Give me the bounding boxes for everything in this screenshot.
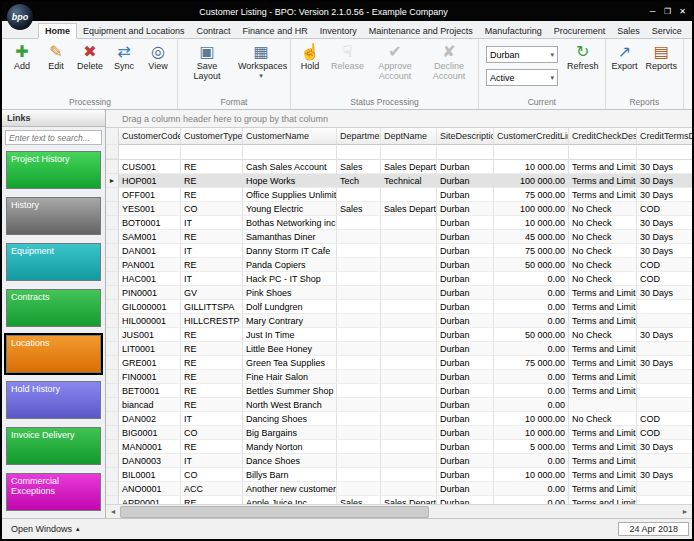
cell-creditcheckdesc: Terms and Limit [569, 440, 637, 454]
ribbon-group-label: Status Processing [293, 97, 476, 109]
hold-button[interactable]: ☝Hold [293, 40, 327, 97]
tab-manufacturing[interactable]: Manufacturing [479, 24, 548, 38]
scroll-thumb[interactable] [120, 506, 429, 518]
table-row[interactable]: MAN0001REMandy NortonDurban5 000.00Terms… [106, 440, 692, 454]
tab-service[interactable]: Service [646, 24, 688, 38]
cell-customercode: HAC001 [119, 272, 181, 286]
edit-button[interactable]: ✎Edit [39, 40, 73, 97]
cell-customertype: IT [181, 244, 243, 258]
close-icon[interactable]: ✕ [675, 7, 690, 16]
tab-sales[interactable]: Sales [611, 24, 646, 38]
column-header-sitedescription[interactable]: SiteDescription [437, 128, 494, 145]
view-button[interactable]: ◎View [141, 40, 175, 97]
column-header-credittermsdesc[interactable]: CreditTermsDesc [637, 128, 694, 145]
column-header-customertype[interactable]: CustomerType [181, 128, 243, 145]
filter-cell-customername[interactable] [243, 145, 337, 159]
filter-cell-deptname[interactable] [381, 145, 437, 159]
table-row[interactable]: SAM001RESamanthas DinerDurban45 000.00No… [106, 230, 692, 244]
sidebar-item-invoice-delivery[interactable]: Invoice Delivery [6, 427, 101, 465]
table-row[interactable]: BIG0001COBig BargainsDurban10 000.00Term… [106, 426, 692, 440]
tab-maintenance-and-projects[interactable]: Maintenance and Projects [363, 24, 479, 38]
row-indicator [106, 496, 119, 504]
table-row[interactable]: DAN001ITDanny Storm IT CafeDurban75 000.… [106, 244, 692, 258]
table-row[interactable]: LIT0001RELittle Bee HoneyDurban0.00Terms… [106, 342, 692, 356]
filter-cell-department[interactable] [337, 145, 381, 159]
table-row[interactable]: GRE001REGreen Tea SuppliesDurban75 000.0… [106, 356, 692, 370]
table-row[interactable]: PIN0001GVPink ShoesDurban0.00Terms and L… [106, 286, 692, 300]
table-row[interactable]: biancadRENorth West BranchDurban0.00 [106, 398, 692, 412]
sidebar-item-contracts[interactable]: Contracts [6, 289, 101, 327]
cell-creditcheckdesc: Terms and Limit [569, 468, 637, 482]
filter-cell-customercode[interactable] [119, 145, 181, 159]
minimize-icon[interactable]: ─ [645, 7, 660, 16]
sidebar-item-hold-history[interactable]: Hold History [6, 381, 101, 419]
filter-cell-customertype[interactable] [181, 145, 243, 159]
sidebar-item-project-history[interactable]: Project History [6, 151, 101, 189]
column-header-creditcheckdesc[interactable]: CreditCheckDesc [569, 128, 637, 145]
open-windows-button[interactable]: Open Windows ▴ [5, 523, 86, 535]
table-row[interactable]: GIL000001GILLITTSPADolf LundgrenDurban0.… [106, 300, 692, 314]
tab-procurement[interactable]: Procurement [548, 24, 612, 38]
horizontal-scrollbar[interactable]: ◄ ► [106, 504, 692, 518]
sidebar-item-commercial-exceptions[interactable]: Commercial Exceptions [6, 473, 101, 511]
table-row[interactable]: JUS001REJust In TimeDurban50 000.00No Ch… [106, 328, 692, 342]
search-input[interactable] [5, 130, 102, 145]
tab-contract[interactable]: Contract [191, 24, 237, 38]
cell-customercode: BOT0001 [119, 216, 181, 230]
maximize-icon[interactable]: ❐ [660, 7, 675, 16]
status-filter-dropdown[interactable]: Active▾ [486, 69, 558, 86]
sidebar-item-equipment[interactable]: Equipment [6, 243, 101, 281]
decline-account-label: Decline Account [426, 62, 472, 81]
cell-customercode: GIL000001 [119, 300, 181, 314]
tab-home[interactable]: Home [38, 23, 77, 39]
table-row[interactable]: HIL000001HILLCRESTPMary ContraryDurban0.… [106, 314, 692, 328]
column-header-customercode[interactable]: CustomerCode [119, 128, 181, 145]
table-row[interactable]: HAC001ITHack PC - IT ShopDurban0.00No Ch… [106, 272, 692, 286]
filter-cell-creditcheckdesc[interactable] [569, 145, 637, 159]
scroll-left-icon[interactable]: ◄ [106, 508, 120, 515]
table-row[interactable]: ►HOP001REHope WorksTechTechnicalDurban10… [106, 174, 692, 188]
table-row[interactable]: YES001COYoung ElectricSalesSales Departm… [106, 202, 692, 216]
workspaces-button[interactable]: ▦Workspaces▾ [234, 40, 288, 97]
add-button[interactable]: ✚Add [5, 40, 39, 97]
export-button[interactable]: ↗Export [608, 40, 642, 97]
delete-button[interactable]: ✖Delete [73, 40, 107, 97]
table-row[interactable]: BOT0001ITBothas Networking incDurban10 0… [106, 216, 692, 230]
cell-customercode: BIG0001 [119, 426, 181, 440]
save-layout-button[interactable]: ▣Save Layout [180, 40, 234, 97]
table-row[interactable]: DAN002ITDancing ShoesDurban10 000.00No C… [106, 412, 692, 426]
scroll-right-icon[interactable]: ► [678, 508, 692, 515]
sync-button[interactable]: ⇄Sync [107, 40, 141, 97]
tab-finance-and-hr[interactable]: Finance and HR [237, 24, 314, 38]
column-header-deptname[interactable]: DeptName [381, 128, 437, 145]
table-row[interactable]: PAN001REPanda CopiersDurban50 000.00No C… [106, 258, 692, 272]
sidebar-item-locations[interactable]: Locations [6, 335, 101, 373]
table-row[interactable]: FIN0001REFine Hair SalonDurban0.00Terms … [106, 370, 692, 384]
filter-cell-sitedescription[interactable] [437, 145, 494, 159]
site-filter-dropdown[interactable]: Durban▾ [486, 46, 558, 63]
table-row[interactable]: APP0001REApple Juice IncSalesSales Depar… [106, 496, 692, 504]
reports-button[interactable]: ▤Reports [642, 40, 682, 97]
table-row[interactable]: BET0001REBettles Summer Shop a...Durban0… [106, 384, 692, 398]
tab-reporting[interactable]: Reporting [688, 24, 694, 38]
sidebar-item-history[interactable]: History [6, 197, 101, 235]
filter-cell-customercreditlimit[interactable] [494, 145, 569, 159]
tab-inventory[interactable]: Inventory [314, 24, 363, 38]
column-header-customername[interactable]: CustomerName [243, 128, 337, 145]
column-header-customercreditlimit[interactable]: CustomerCreditLimit [494, 128, 569, 145]
date-display[interactable]: 24 Apr 2018 [618, 522, 689, 536]
table-row[interactable]: OFF001REOffice Supplies UnlimitedDurban7… [106, 188, 692, 202]
group-by-panel[interactable]: Drag a column header here to group by th… [106, 110, 692, 128]
tab-equipment-and-locations[interactable]: Equipment and Locations [77, 24, 191, 38]
filter-cell-credittermsdesc[interactable] [637, 145, 694, 159]
refresh-button[interactable]: ↻Refresh [563, 40, 603, 97]
table-row[interactable]: DAN0003ITDance ShoesDurban0.00Terms and … [106, 454, 692, 468]
column-header-department[interactable]: Department [337, 128, 381, 145]
view-icon: ◎ [151, 43, 165, 62]
row-indicator [106, 216, 119, 230]
add-label: Add [14, 62, 30, 72]
table-row[interactable]: CUS001RECash Sales AccountSalesSales Dep… [106, 160, 692, 174]
scroll-track[interactable] [120, 505, 678, 518]
table-row[interactable]: ANO0001ACCAnother new customerDurban0.00… [106, 482, 692, 496]
table-row[interactable]: BIL0001COBillys BarnDurban10 000.00Terms… [106, 468, 692, 482]
